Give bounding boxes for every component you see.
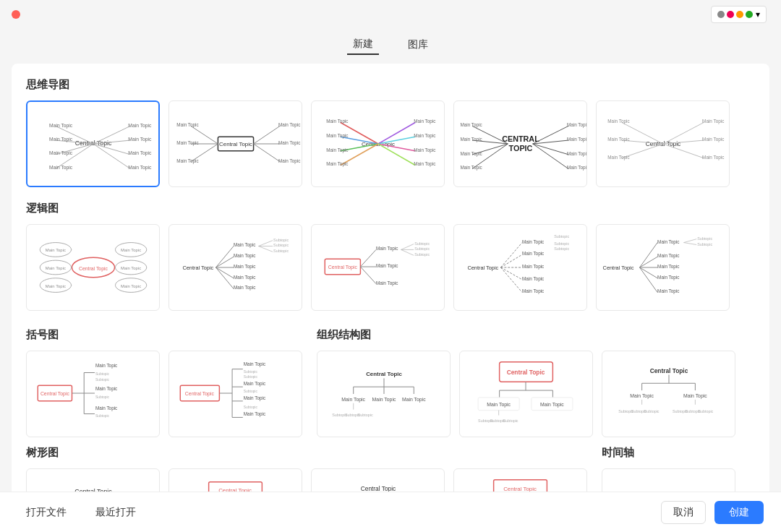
svg-text:Main Topic: Main Topic (49, 165, 73, 171)
svg-text:TOPIC: TOPIC (509, 144, 533, 153)
svg-text:Main Topic: Main Topic (376, 280, 398, 286)
svg-line-129 (500, 254, 522, 267)
svg-line-8 (93, 144, 129, 168)
svg-line-152 (684, 239, 697, 243)
svg-text:Main Topic: Main Topic (567, 151, 586, 157)
section-mindmap-title: 思维导图 (26, 78, 755, 92)
svg-text:Main Topic: Main Topic (46, 266, 66, 270)
svg-text:Subtopic: Subtopic (554, 234, 569, 239)
svg-text:Main Topic: Main Topic (567, 165, 586, 171)
svg-text:Central Topic: Central Topic (75, 140, 112, 147)
svg-text:Main Topic: Main Topic (49, 123, 73, 129)
row-bracket-org: 括号图 Central Topic Main Topic Subtopic Su… (26, 325, 755, 437)
svg-text:Main Topic: Main Topic (49, 150, 73, 156)
template-og1[interactable]: Central Topic Main Topic Main Topic Main… (317, 351, 451, 437)
tab-library[interactable]: 图库 (402, 35, 434, 54)
svg-text:Main Topic: Main Topic (567, 122, 586, 128)
svg-text:Main Topic: Main Topic (376, 246, 398, 252)
section-org-title: 组织结构图 (317, 328, 755, 342)
svg-text:Subtopic: Subtopic (554, 241, 569, 246)
template-mm5[interactable]: Central Topic Main Topic Main Topic Main… (596, 100, 730, 187)
recent-open-button[interactable]: 最近打开 (87, 502, 145, 523)
svg-text:Central Topic: Central Topic (507, 369, 545, 376)
svg-text:Subtopic: Subtopic (95, 378, 110, 382)
svg-text:Main Topic: Main Topic (460, 165, 482, 171)
template-mm3[interactable]: Central Topic Main Topic Main Topic Main… (311, 100, 445, 187)
svg-line-117 (360, 267, 376, 284)
template-lg4[interactable]: Central Topic Main Topic Main Topic Main… (453, 224, 587, 311)
svg-text:Central Topic: Central Topic (467, 265, 498, 271)
svg-line-146 (640, 267, 658, 292)
svg-text:Main Topic: Main Topic (522, 251, 545, 257)
template-lg1[interactable]: Central Topic Main Topic Main Topic Main… (26, 224, 160, 311)
template-br2[interactable]: Central Topic Main Topic Subtopic Subtop… (168, 351, 302, 437)
svg-text:Subtopic: Subtopic (273, 238, 289, 242)
svg-line-142 (640, 243, 658, 267)
template-lg3[interactable]: Central Topic Main Topic Main Topic Main… (311, 224, 445, 311)
svg-text:Main Topic: Main Topic (607, 119, 630, 124)
svg-text:Main Topic: Main Topic (630, 393, 654, 399)
svg-line-145 (640, 267, 658, 278)
svg-text:Main Topic: Main Topic (540, 402, 564, 408)
svg-text:Central Topic: Central Topic (185, 391, 215, 397)
svg-text:Central Topic: Central Topic (79, 266, 108, 272)
svg-line-72 (663, 144, 704, 158)
svg-text:Main Topic: Main Topic (402, 397, 426, 403)
svg-text:Main Topic: Main Topic (244, 381, 266, 387)
svg-line-131 (500, 267, 522, 280)
svg-text:Main Topic: Main Topic (176, 140, 199, 146)
main-content: 思维导图 Central Topic Main Topic M (12, 64, 769, 526)
svg-text:Main Topic: Main Topic (326, 133, 349, 139)
svg-line-24 (254, 144, 280, 162)
svg-text:Subtopic: Subtopic (244, 375, 258, 379)
create-button[interactable]: 创建 (714, 501, 764, 524)
template-og3[interactable]: Central Topic Main Topic Main Topic Subt… (602, 351, 735, 437)
svg-line-115 (360, 249, 376, 267)
template-mm2[interactable]: Central Topic Main Topic Main Topic Main… (168, 100, 302, 187)
bracket-grid: Central Topic Main Topic Subtopic Subtop… (26, 351, 302, 437)
svg-text:Main Topic: Main Topic (46, 284, 66, 288)
color-dots (717, 11, 753, 18)
svg-text:Main Topic: Main Topic (522, 288, 545, 294)
tab-new[interactable]: 新建 (347, 35, 379, 55)
svg-text:Main Topic: Main Topic (128, 165, 152, 171)
section-org: 组织结构图 Central Topic Main Topic Main Topi… (317, 325, 755, 437)
svg-text:Main Topic: Main Topic (702, 137, 725, 142)
section-mindmap: 思维导图 Central Topic Main Topic M (26, 78, 755, 187)
svg-text:Main Topic: Main Topic (234, 275, 256, 280)
color-picker-button[interactable]: ▾ (711, 6, 767, 23)
svg-text:Subtopic: Subtopic (503, 419, 518, 423)
bottom-left-buttons: 打开文件 最近打开 (17, 502, 145, 523)
template-lg5[interactable]: Central Topic Main Topic Main Topic Main… (596, 224, 730, 311)
open-file-button[interactable]: 打开文件 (17, 502, 75, 523)
template-lg2[interactable]: Central Topic Main Topic Main Topic Main… (168, 224, 302, 311)
svg-text:Subtopic: Subtopic (244, 370, 258, 374)
template-mm4[interactable]: CENTRAL TOPIC Main Topic Main Topic Main… (453, 100, 587, 187)
svg-text:Subtopic: Subtopic (95, 372, 110, 376)
svg-text:Subtopic: Subtopic (273, 243, 289, 247)
section-logic: 逻辑图 Central Topic Main Topic Main Topic … (26, 202, 755, 311)
template-og2[interactable]: Central Topic Main Topic Main Topic Subt… (459, 351, 593, 437)
svg-text:Main Topic: Main Topic (522, 276, 545, 282)
svg-line-98 (215, 257, 234, 267)
bottom-right-buttons: 取消 创建 (661, 501, 764, 524)
svg-text:Subtopic: Subtopic (244, 390, 258, 393)
color-picker-chevron: ▾ (756, 9, 760, 20)
svg-text:Subtopic: Subtopic (644, 409, 660, 413)
cancel-button[interactable]: 取消 (661, 501, 706, 524)
svg-text:Main Topic: Main Topic (95, 363, 118, 369)
section-logic-title: 逻辑图 (26, 202, 755, 215)
svg-line-109 (258, 246, 273, 252)
svg-text:Main Topic: Main Topic (607, 137, 630, 142)
svg-text:Main Topic: Main Topic (341, 397, 365, 403)
template-mm1[interactable]: Central Topic Main Topic Main Topic Main… (26, 100, 160, 187)
svg-text:Main Topic: Main Topic (244, 361, 266, 367)
svg-text:Subtopic: Subtopic (414, 241, 430, 246)
svg-text:Main Topic: Main Topic (414, 133, 436, 139)
svg-text:Subtopic: Subtopic (358, 413, 373, 417)
svg-text:Subtopic: Subtopic (414, 252, 430, 257)
org-grid: Central Topic Main Topic Main Topic Main… (317, 351, 755, 437)
template-br1[interactable]: Central Topic Main Topic Subtopic Subtop… (26, 351, 160, 437)
svg-text:Main Topic: Main Topic (657, 275, 680, 280)
traffic-light-close[interactable] (12, 10, 20, 19)
